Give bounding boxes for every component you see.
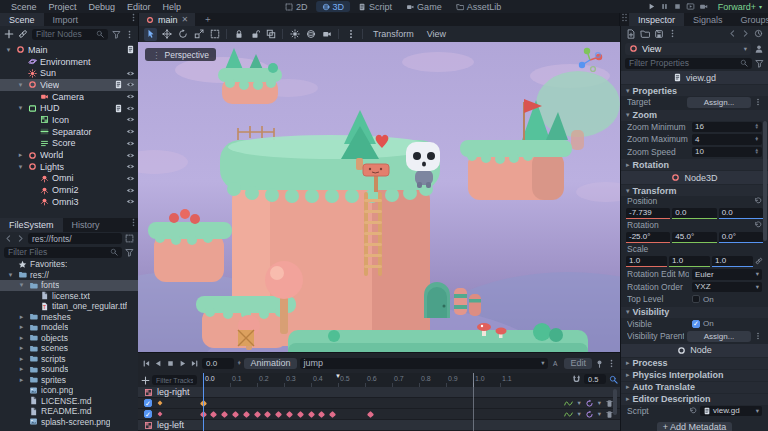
inspector-back-icon[interactable] [728,29,737,38]
scene-tree-item[interactable]: ▾HUD [0,102,138,114]
number-field[interactable]: 4▲▼ [692,134,762,145]
anim-edit-button[interactable]: Edit [564,358,592,369]
script-resource-field[interactable]: view.gd▾ [700,406,762,417]
add-track-button[interactable] [141,376,150,385]
revert-value-icon[interactable] [754,221,762,229]
keyframe[interactable] [253,411,260,418]
file-tree-item[interactable]: ▸scripts [0,354,138,365]
autoplay-on-load-icon[interactable]: A [551,358,561,368]
file-tree-item[interactable]: icon.png [0,385,138,396]
number-field[interactable]: 10▲▼ [692,147,762,158]
anim-menu-icon[interactable] [607,359,616,368]
inspector-section-toggle[interactable]: ▾Zoom [621,110,768,121]
loop-mode-icon[interactable] [585,410,594,419]
inspector-category[interactable]: view.gd [621,71,768,84]
visibility-toggle-icon[interactable] [126,127,135,136]
option-dropdown[interactable]: YXZ▾ [692,282,762,293]
attached-script-icon[interactable] [114,80,123,89]
interpolation-mode-icon[interactable] [564,399,573,408]
vector-component-field[interactable]: -7.739 [626,208,670,219]
assign-button[interactable]: Assign... [687,97,751,108]
animation-ruler[interactable]: 0.00.10.20.30.40.50.60.70.80.91.01.1▼ [138,373,620,387]
visibility-toggle-icon[interactable] [126,139,135,148]
property-extra-icon[interactable] [754,98,762,106]
animation-menu-button[interactable]: Animation [244,358,296,369]
file-tree-item[interactable]: ▾fonts [0,280,138,291]
history-back-icon[interactable] [4,234,13,243]
ruler-marker[interactable]: ▼ [335,373,341,379]
file-tree-item[interactable]: README.md [0,406,138,417]
file-tree-item[interactable]: ▸sprites [0,375,138,386]
inspector-section-toggle[interactable]: ▸Process [621,358,768,369]
property-filter-input[interactable] [625,58,752,69]
move-tool[interactable] [160,28,173,41]
inspector-section-toggle[interactable]: ▸Editor Description [621,394,768,405]
anim-play-button[interactable] [178,359,187,368]
file-tree-item[interactable]: ▾res:// [0,270,138,281]
movie-maker-button[interactable] [699,2,708,11]
animation-track[interactable]: ✓▾▾ [138,398,620,409]
scene-tree-item[interactable]: Environment [0,56,138,68]
close-icon[interactable]: ✕ [182,15,189,24]
menu-help[interactable]: Help [158,2,187,12]
scene-tree-item[interactable]: Camera [0,91,138,103]
toggle-split-mode-icon[interactable] [125,234,134,243]
filesystem-menu-icon[interactable] [129,218,138,227]
inspector-section-toggle[interactable]: ▾Properties [621,85,768,96]
file-tree-item[interactable]: ▸objects [0,333,138,344]
keyframe[interactable] [329,411,336,418]
perspective-menu-button[interactable]: ⋮Perspective [145,48,216,61]
lock-node-button[interactable] [232,28,245,41]
history-forward-icon[interactable] [16,234,25,243]
track-enabled-checkbox[interactable]: ✓ [144,399,152,407]
pin-animation-icon[interactable] [595,359,604,368]
vector-component-field[interactable]: -25.0° [626,232,670,243]
visibility-toggle-icon[interactable] [126,104,135,113]
left-dock-tab-scene[interactable]: Scene [0,13,44,26]
right-dock-tab-inspector[interactable]: Inspector [629,13,684,26]
attached-script-icon[interactable] [126,45,135,54]
workspace-tab-3d[interactable]: 3D [316,1,351,12]
number-field[interactable]: 16▲▼ [692,122,762,133]
keyframe[interactable] [232,411,239,418]
track-filter-input[interactable] [152,375,197,385]
vector-component-field[interactable]: 1.0 [669,256,710,267]
file-tree-item[interactable]: ▸sounds [0,364,138,375]
snap-toggle-icon[interactable] [572,375,581,384]
visibility-toggle-icon[interactable] [126,151,135,160]
load-resource-button[interactable] [640,29,650,39]
select-tool[interactable] [144,28,157,41]
anim-skip-end-button[interactable] [190,359,199,368]
keyframe[interactable] [286,411,293,418]
revert-value-icon[interactable] [689,407,697,415]
scene-tree-item[interactable]: Score [0,138,138,150]
track-enabled-checkbox[interactable]: ✓ [144,410,152,418]
scene-tree-item[interactable]: ▾View [0,79,138,91]
play-scene-button[interactable] [686,2,695,11]
preview-environment-toggle[interactable] [304,28,317,41]
scene-tree-item[interactable]: Omni [0,173,138,185]
resource-extra-menu-icon[interactable] [668,29,677,38]
vector-component-field[interactable]: 1.0 [712,256,753,267]
loop-mode-icon[interactable] [585,399,594,408]
new-resource-button[interactable] [626,29,636,39]
menu-project[interactable]: Project [44,2,82,12]
inspector-scrollbar[interactable] [763,121,767,241]
scene-tree-menu-icon[interactable] [125,30,134,39]
filter-type-icon[interactable] [112,30,121,39]
revert-value-icon[interactable] [754,197,762,205]
link-scale-icon[interactable] [755,257,763,265]
scene-tree-item[interactable]: Omni2 [0,184,138,196]
scene-tree-item[interactable]: Omni3 [0,196,138,208]
transform-menu-button[interactable]: Transform [368,29,419,39]
snap-step-field[interactable] [584,374,606,384]
inspector-section-toggle[interactable]: ▸Rotation [621,159,768,170]
animation-name-dropdown[interactable]: jump▾ [300,358,549,369]
file-tree-item[interactable]: license.txt [0,291,138,302]
vector-component-field[interactable]: 0.0 [672,208,716,219]
tracks-scrollbar[interactable] [613,389,617,415]
filesystem-tab-filesystem[interactable]: FileSystem [0,218,63,232]
filesystem-tab-history[interactable]: History [63,218,109,232]
track-group[interactable]: leg-left [138,420,620,431]
assign-button[interactable]: Assign... [687,331,751,342]
